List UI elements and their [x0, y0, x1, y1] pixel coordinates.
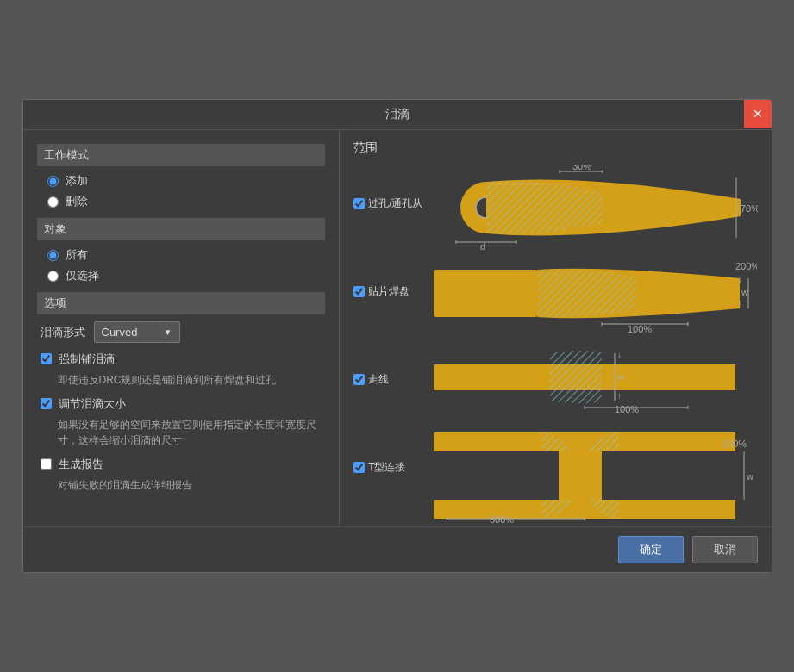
left-panel: 工作模式 添加 删除 对象 所有 [23, 130, 341, 526]
work-mode-group: 添加 删除 [47, 173, 326, 209]
track-checkbox-group[interactable]: 走线 [353, 372, 422, 387]
t-conn-label: T型连接 [368, 460, 405, 475]
smd-row: 贴片焊盘 [353, 252, 757, 330]
svg-text:100%: 100% [628, 324, 652, 334]
confirm-button[interactable]: 确定 [618, 536, 684, 563]
force-check-item[interactable]: 强制铺泪滴 [41, 352, 326, 367]
dialog-footer: 确定 取消 [23, 526, 772, 572]
via-diagram: 30% 70% d [430, 165, 758, 242]
t-conn-row: T型连接 [353, 428, 757, 506]
work-mode-section-header: 工作模式 [37, 144, 326, 166]
force-check-desc: 即使违反DRC规则还是铺泪滴到所有焊盘和过孔 [58, 372, 326, 388]
cancel-button[interactable]: 取消 [692, 536, 758, 563]
svg-text:w: w [616, 371, 624, 382]
t-conn-checkbox-group[interactable]: T型连接 [353, 460, 422, 475]
object-group: 所有 仅选择 [47, 247, 326, 283]
adjust-check-label: 调节泪滴大小 [59, 396, 126, 412]
t-conn-checkbox[interactable] [353, 462, 365, 473]
tearform-dropdown[interactable]: Curved ▼ [94, 321, 180, 343]
svg-text:w: w [741, 287, 748, 297]
adjust-check-item[interactable]: 调节泪滴大小 [41, 396, 326, 412]
via-label: 过孔/通孔从 [368, 196, 422, 211]
obj-all-radio[interactable] [47, 250, 59, 261]
obj-selected-item[interactable]: 仅选择 [47, 268, 326, 283]
force-check-label: 强制铺泪滴 [59, 352, 115, 367]
svg-text:200%: 200% [735, 261, 757, 271]
report-check-label: 生成报告 [59, 457, 103, 472]
svg-text:100%: 100% [722, 439, 747, 449]
svg-rect-13 [434, 270, 537, 317]
adjust-checkbox[interactable] [41, 398, 52, 409]
track-label: 走线 [368, 372, 389, 387]
via-checkbox[interactable] [353, 198, 365, 209]
svg-text:↑: ↑ [738, 298, 742, 308]
svg-text:w: w [746, 471, 753, 482]
svg-text:↓: ↓ [738, 275, 742, 284]
svg-text:70%: 70% [741, 203, 758, 214]
obj-all-item[interactable]: 所有 [47, 247, 326, 263]
track-row: 走线 ↓ [353, 340, 757, 418]
adjust-check-desc: 如果没有足够的空间来放置它则使用指定的长度和宽度尺寸，这样会缩小泪滴的尺寸 [58, 417, 326, 448]
svg-rect-34 [434, 432, 735, 451]
object-section-header: 对象 [37, 218, 326, 240]
t-conn-diagram: 100% w 300% [429, 428, 757, 506]
mode-add-item[interactable]: 添加 [47, 173, 326, 189]
teardrops-dialog: 泪滴 ✕ 工作模式 添加 删除 对象 [22, 99, 772, 573]
dialog-body: 工作模式 添加 删除 对象 所有 [23, 130, 772, 526]
svg-text:100%: 100% [615, 404, 639, 414]
report-check-item[interactable]: 生成报告 [41, 457, 326, 472]
via-row: 过孔/通孔从 [353, 165, 757, 242]
dialog-title: 泪滴 [385, 107, 410, 121]
close-button[interactable]: ✕ [744, 100, 772, 128]
smd-diagram: ↓ ↑ w 200% 100% [429, 252, 757, 330]
via-checkbox-group[interactable]: 过孔/通孔从 [353, 196, 422, 211]
mode-add-radio[interactable] [47, 176, 59, 187]
report-check-desc: 对铺失败的泪滴生成详细报告 [58, 477, 326, 493]
smd-checkbox-group[interactable]: 贴片焊盘 [353, 284, 422, 299]
mode-delete-radio[interactable] [47, 196, 59, 208]
report-checkbox[interactable] [41, 458, 52, 470]
svg-rect-35 [434, 500, 735, 519]
obj-selected-radio[interactable] [47, 271, 59, 282]
title-bar: 泪滴 ✕ [23, 100, 772, 130]
tearform-label: 泪滴形式 [41, 325, 85, 340]
track-diagram: ↓ ↑ w 100% [429, 340, 757, 418]
options-section-header: 选项 [37, 292, 326, 314]
track-checkbox[interactable] [353, 374, 365, 385]
svg-text:↑: ↑ [617, 391, 622, 401]
force-checkbox[interactable] [41, 353, 52, 364]
dropdown-arrow-icon: ▼ [164, 327, 172, 337]
range-header: 范围 [353, 140, 757, 156]
svg-text:↓: ↓ [617, 350, 622, 359]
svg-text:300%: 300% [490, 514, 514, 523]
smd-label: 贴片焊盘 [368, 284, 410, 299]
smd-checkbox[interactable] [353, 286, 365, 297]
right-panel: 范围 过孔/通孔从 [340, 130, 771, 526]
tearform-row: 泪滴形式 Curved ▼ [41, 321, 326, 343]
svg-text:d: d [480, 241, 485, 251]
svg-text:30%: 30% [572, 165, 591, 171]
svg-rect-36 [559, 451, 602, 500]
mode-delete-item[interactable]: 删除 [47, 194, 326, 209]
